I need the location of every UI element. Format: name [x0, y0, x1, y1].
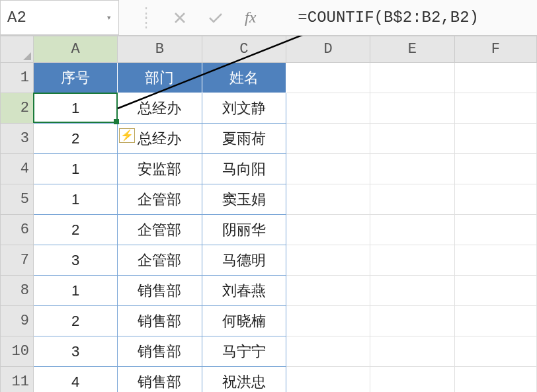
cell-C8[interactable]: 刘春燕 — [202, 276, 286, 306]
cancel-icon[interactable] — [173, 11, 186, 24]
cell-C4[interactable]: 马向阳 — [202, 154, 286, 184]
cell-C10[interactable]: 马宁宁 — [202, 336, 286, 367]
cell-E9[interactable] — [370, 306, 454, 336]
cell-D6[interactable] — [286, 215, 370, 245]
row-header-6[interactable]: 6 — [1, 215, 34, 245]
name-box[interactable]: A2 ▾ — [0, 0, 119, 35]
divider-icon: ⋮⋮ — [139, 9, 152, 26]
cell-F10[interactable] — [454, 336, 536, 367]
column-header-B[interactable]: B — [118, 36, 202, 63]
select-all-corner[interactable] — [1, 36, 34, 63]
cell-D5[interactable] — [286, 184, 370, 215]
cell-F1[interactable] — [454, 63, 536, 93]
cell-B6[interactable]: 企管部 — [118, 215, 202, 245]
cell-F3[interactable] — [454, 124, 536, 154]
confirm-icon[interactable] — [208, 11, 224, 24]
cell-F5[interactable] — [454, 184, 536, 215]
cell-B5[interactable]: 企管部 — [118, 184, 202, 215]
cell-D2[interactable] — [286, 93, 370, 124]
cell-A2[interactable]: 1 — [33, 93, 117, 124]
cell-A11[interactable]: 4 — [33, 367, 117, 393]
cell-E2[interactable] — [370, 93, 454, 124]
cell-A7[interactable]: 3 — [33, 245, 117, 276]
cell-C6[interactable]: 阴丽华 — [202, 215, 286, 245]
row-header-8[interactable]: 8 — [1, 276, 34, 306]
cell-C1[interactable]: 姓名 — [202, 63, 286, 93]
row-header-10[interactable]: 10 — [1, 336, 34, 367]
cell-E1[interactable] — [370, 63, 454, 93]
cell-A1[interactable]: 序号 — [33, 63, 117, 93]
cell-D7[interactable] — [286, 245, 370, 276]
name-box-value: A2 — [7, 9, 26, 26]
cell-E4[interactable] — [370, 154, 454, 184]
row-header-1[interactable]: 1 — [1, 63, 34, 93]
cell-D8[interactable] — [286, 276, 370, 306]
row-header-5[interactable]: 5 — [1, 184, 34, 215]
cell-B2[interactable]: 总经办 — [118, 93, 202, 124]
cell-C11[interactable]: 祝洪忠 — [202, 367, 286, 393]
row-header-4[interactable]: 4 — [1, 154, 34, 184]
cell-F8[interactable] — [454, 276, 536, 306]
cell-F9[interactable] — [454, 306, 536, 336]
cell-A3[interactable]: 2 — [33, 124, 117, 154]
cell-C7[interactable]: 马德明 — [202, 245, 286, 276]
cell-C3[interactable]: 夏雨荷 — [202, 124, 286, 154]
cell-B10[interactable]: 销售部 — [118, 336, 202, 367]
cell-C9[interactable]: 何晓楠 — [202, 306, 286, 336]
autofill-options-button[interactable]: ⚡ — [119, 128, 135, 143]
cell-A4[interactable]: 1 — [33, 154, 117, 184]
column-header-D[interactable]: D — [286, 36, 370, 63]
column-header-F[interactable]: F — [454, 36, 536, 63]
cell-B1[interactable]: 部门 — [118, 63, 202, 93]
cell-B4[interactable]: 安监部 — [118, 154, 202, 184]
column-header-A[interactable]: A — [33, 36, 117, 63]
formula-input[interactable]: =COUNTIF(B$2:B2,B2) — [286, 0, 537, 35]
lightning-icon: ⚡ — [120, 130, 134, 141]
cell-B7[interactable]: 企管部 — [118, 245, 202, 276]
cell-F4[interactable] — [454, 154, 536, 184]
cell-A5[interactable]: 1 — [33, 184, 117, 215]
cell-C2[interactable]: 刘文静 — [202, 93, 286, 124]
cell-D1[interactable] — [286, 63, 370, 93]
formula-bar: A2 ▾ ⋮⋮ fx =COUNTIF(B$2:B2,B2) — [0, 0, 537, 36]
row-header-3[interactable]: 3 — [1, 124, 34, 154]
cell-B8[interactable]: 销售部 — [118, 276, 202, 306]
cell-C5[interactable]: 窦玉娟 — [202, 184, 286, 215]
cell-E3[interactable] — [370, 124, 454, 154]
cell-E7[interactable] — [370, 245, 454, 276]
cell-B11[interactable]: 销售部 — [118, 367, 202, 393]
cell-D10[interactable] — [286, 336, 370, 367]
cell-F2[interactable] — [454, 93, 536, 124]
row-header-2[interactable]: 2 — [1, 93, 34, 124]
cell-D11[interactable] — [286, 367, 370, 393]
row-header-11[interactable]: 11 — [1, 367, 34, 393]
cell-A6[interactable]: 2 — [33, 215, 117, 245]
cell-E6[interactable] — [370, 215, 454, 245]
cell-E5[interactable] — [370, 184, 454, 215]
cell-F6[interactable] — [454, 215, 536, 245]
row-header-7[interactable]: 7 — [1, 245, 34, 276]
cell-A9[interactable]: 2 — [33, 306, 117, 336]
column-header-C[interactable]: C — [202, 36, 286, 63]
cell-E11[interactable] — [370, 367, 454, 393]
spreadsheet-grid[interactable]: A B C D E F 1序号部门姓名21总经办刘文静32总经办夏雨荷41安监部… — [0, 36, 537, 392]
cell-F11[interactable] — [454, 367, 536, 393]
formula-text: =COUNTIF(B$2:B2,B2) — [298, 9, 479, 26]
cell-D9[interactable] — [286, 306, 370, 336]
cell-D3[interactable] — [286, 124, 370, 154]
fx-icon[interactable]: fx — [245, 9, 266, 26]
cell-E10[interactable] — [370, 336, 454, 367]
column-header-E[interactable]: E — [370, 36, 454, 63]
cell-B9[interactable]: 销售部 — [118, 306, 202, 336]
cell-A8[interactable]: 1 — [33, 276, 117, 306]
chevron-down-icon[interactable]: ▾ — [106, 12, 112, 23]
cell-D4[interactable] — [286, 154, 370, 184]
cell-E8[interactable] — [370, 276, 454, 306]
cell-F7[interactable] — [454, 245, 536, 276]
formula-bar-controls: ⋮⋮ fx — [119, 0, 286, 35]
row-header-9[interactable]: 9 — [1, 306, 34, 336]
cell-A10[interactable]: 3 — [33, 336, 117, 367]
